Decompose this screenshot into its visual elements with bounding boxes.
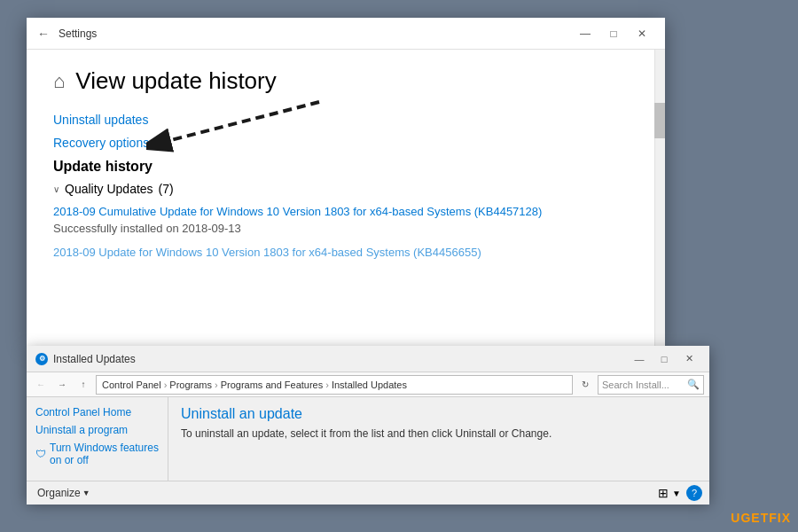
minimize-button[interactable]: — xyxy=(573,21,598,46)
iu-main-title: Uninstall an update xyxy=(181,406,697,422)
iu-title-controls: — □ ✕ xyxy=(628,349,700,369)
iu-close-button[interactable]: ✕ xyxy=(677,349,700,369)
quality-updates-header[interactable]: ∨ Quality Updates (7) xyxy=(53,182,638,196)
iu-title-left: ⚙ Installed Updates xyxy=(35,353,136,365)
iu-breadcrumb[interactable]: Control Panel › Programs › Programs and … xyxy=(96,375,573,395)
watermark: UGETFIX xyxy=(731,511,791,525)
organize-button[interactable]: Organize ▼ xyxy=(34,485,94,501)
breadcrumb-part-1: Control Panel xyxy=(102,379,161,390)
iu-main-description: To uninstall an update, select it from t… xyxy=(181,427,697,440)
installed-updates-window: ⚙ Installed Updates — □ ✕ ← → ↑ Control … xyxy=(27,346,709,501)
iu-main: Uninstall an update To uninstall an upda… xyxy=(168,397,709,481)
iu-search-icon[interactable]: 🔍 xyxy=(687,379,700,390)
title-bar-left: ← Settings xyxy=(37,27,97,41)
sidebar-uninstall-program[interactable]: Uninstall a program xyxy=(35,424,159,436)
iu-address-bar: ← → ↑ Control Panel › Programs › Program… xyxy=(27,372,709,397)
recovery-options-link[interactable]: Recovery options xyxy=(53,136,638,150)
settings-title-bar: ← Settings — □ ✕ xyxy=(27,18,665,50)
update-entry-1-status: Successfully installed on 2018-09-13 xyxy=(53,222,638,235)
iu-title-bar: ⚙ Installed Updates — □ ✕ xyxy=(27,346,709,372)
update-entry-1-link[interactable]: 2018-09 Cumulative Update for Windows 10… xyxy=(53,205,630,218)
scrollbar-thumb[interactable] xyxy=(654,103,665,138)
settings-content: ⌂ View update history Uninstall updates … xyxy=(27,50,665,346)
title-bar-controls: — □ ✕ xyxy=(573,21,654,46)
breadcrumb-part-4: Installed Updates xyxy=(332,379,407,390)
iu-refresh-btn[interactable]: ↻ xyxy=(576,376,594,394)
breadcrumb-part-3: Programs and Features xyxy=(221,379,324,390)
organize-label: Organize xyxy=(37,487,81,499)
iu-body: Control Panel Home Uninstall a program 🛡… xyxy=(27,397,709,481)
scrollbar[interactable] xyxy=(654,50,665,346)
page-title: View update history xyxy=(75,67,276,95)
sidebar-turn-windows-features[interactable]: 🛡 Turn Windows features on or off xyxy=(35,442,159,466)
iu-maximize-button[interactable]: □ xyxy=(653,349,676,369)
iu-sidebar: Control Panel Home Uninstall a program 🛡… xyxy=(27,397,168,481)
help-button[interactable]: ? xyxy=(686,485,702,501)
view-chevron-icon[interactable]: ▼ xyxy=(672,489,681,498)
close-button[interactable]: ✕ xyxy=(630,21,654,46)
breadcrumb-part-2: Programs xyxy=(169,379,212,390)
shield-icon: 🛡 xyxy=(35,448,46,460)
sidebar-turn-windows-features-label: Turn Windows features on or off xyxy=(50,442,159,466)
iu-title-text: Installed Updates xyxy=(53,353,136,365)
watermark-suffix: TFIX xyxy=(761,511,791,525)
page-header: ⌂ View update history xyxy=(53,67,638,95)
breadcrumb-sep-2: › xyxy=(215,379,218,390)
control-panel-icon: ⚙ xyxy=(35,353,48,365)
breadcrumb-sep-3: › xyxy=(325,379,329,390)
uninstall-updates-link[interactable]: Uninstall updates xyxy=(53,113,638,127)
update-history-title: Update history xyxy=(53,159,638,175)
chevron-icon: ∨ xyxy=(53,184,59,194)
organize-chevron-icon: ▼ xyxy=(82,489,90,497)
breadcrumb-sep-1: › xyxy=(164,379,168,390)
iu-search-box[interactable]: Search Install... 🔍 xyxy=(598,375,704,395)
quality-updates-count: (7) xyxy=(159,182,174,196)
view-icons: ⊞ ▼ xyxy=(658,486,681,500)
update-entry-2-link[interactable]: 2018-09 Update for Windows 10 Version 18… xyxy=(53,246,630,259)
watermark-highlight: E xyxy=(751,511,760,525)
back-icon[interactable]: ← xyxy=(37,27,50,41)
iu-back-btn[interactable]: ← xyxy=(32,376,50,394)
home-icon: ⌂ xyxy=(53,70,65,93)
view-icon-grid[interactable]: ⊞ xyxy=(658,486,669,500)
settings-title-text: Settings xyxy=(59,27,97,40)
iu-forward-btn[interactable]: → xyxy=(53,376,71,394)
iu-search-placeholder: Search Install... xyxy=(602,379,669,390)
watermark-prefix: UG xyxy=(731,511,751,525)
iu-up-btn[interactable]: ↑ xyxy=(74,376,92,394)
sidebar-control-panel-home[interactable]: Control Panel Home xyxy=(35,406,159,419)
iu-toolbar: Organize ▼ ⊞ ▼ ? xyxy=(27,481,709,505)
iu-minimize-button[interactable]: — xyxy=(628,349,651,369)
maximize-button[interactable]: □ xyxy=(601,21,626,46)
settings-window: ← Settings — □ ✕ ⌂ View update history U… xyxy=(27,18,665,346)
quality-updates-label: Quality Updates xyxy=(65,182,153,196)
